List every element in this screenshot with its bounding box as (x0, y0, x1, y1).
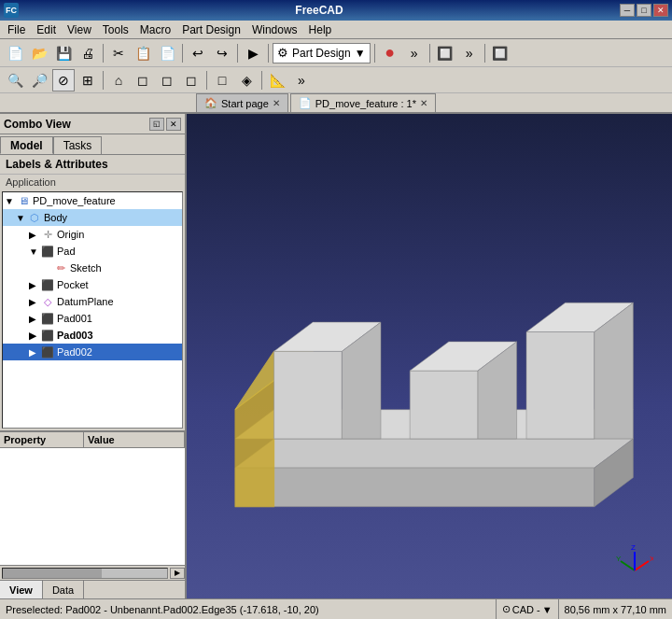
svg-line-17 (621, 561, 635, 570)
tree-item-pad003[interactable]: ▶ ⬛ Pad003 (3, 327, 182, 344)
menu-windows[interactable]: Windows (246, 21, 303, 38)
expander-body[interactable]: ▼ (16, 213, 27, 223)
new-button[interactable]: 📄 (4, 42, 26, 64)
zoom-all-button[interactable]: 🔍 (4, 69, 26, 91)
svg-marker-9 (410, 371, 478, 439)
tree-item-pad001[interactable]: ▶ ⬛ Pad001 (3, 310, 182, 327)
close-button[interactable]: ✕ (653, 4, 668, 17)
combo-close-button[interactable]: ✕ (166, 118, 181, 131)
workbench-dropdown[interactable]: ⚙ Part Design ▼ (273, 43, 371, 63)
expander-pad002[interactable]: ▶ (29, 347, 40, 358)
measure-button[interactable]: 📐 (266, 69, 288, 91)
tab-pd-move[interactable]: 📄 PD_move_feature : 1* ✕ (290, 93, 436, 112)
tab-model[interactable]: Model (0, 136, 53, 154)
save-button[interactable]: 💾 (52, 42, 75, 64)
tree-item-datumplane[interactable]: ▶ ◇ DatumPlane (3, 293, 182, 310)
combo-float-button[interactable]: ◱ (149, 118, 164, 131)
properties-header: Property Value (0, 432, 185, 448)
title-bar: FC FreeCAD ─ □ ✕ (0, 0, 672, 21)
tab-pd-label: PD_move_feature : 1* (315, 98, 416, 109)
viewport[interactable]: X Y Z (187, 114, 672, 598)
extra-button[interactable]: 🔲 (489, 42, 511, 64)
menu-edit[interactable]: Edit (31, 21, 62, 38)
expander-pad003[interactable]: ▶ (29, 331, 40, 341)
title-bar-controls[interactable]: ─ □ ✕ (620, 4, 668, 17)
svg-marker-4 (235, 381, 274, 507)
tab-data[interactable]: Data (43, 581, 84, 598)
more2-button[interactable]: » (458, 42, 481, 64)
view-home-button[interactable]: ⌂ (107, 69, 130, 91)
expander-root[interactable]: ▼ (5, 196, 16, 206)
icon-pocket: ⬛ (40, 277, 55, 292)
menu-macro[interactable]: Macro (134, 21, 176, 38)
tree-item-pad[interactable]: ▼ ⬛ Pad (3, 243, 182, 260)
minimize-button[interactable]: ─ (620, 4, 635, 17)
tree-item-pad002[interactable]: ▶ ⬛ Pad002 (3, 344, 182, 360)
status-cad[interactable]: ⊙ CAD - ▼ (496, 599, 558, 619)
tab-pd-close[interactable]: ✕ (420, 98, 427, 108)
print-button[interactable]: 🖨 (77, 42, 99, 64)
icon-origin: ✛ (40, 227, 55, 242)
expander-origin[interactable]: ▶ (29, 230, 40, 240)
combo-view-controls[interactable]: ◱ ✕ (149, 118, 181, 131)
svg-marker-0 (235, 439, 633, 468)
svg-marker-6 (274, 351, 343, 439)
scroll-right[interactable]: ▶ (170, 568, 185, 579)
sphere-button[interactable]: ● (379, 42, 401, 64)
tree-view[interactable]: ▼ 🖥 PD_move_feature ▼ ⬡ Body ▶ ✛ Origin … (2, 191, 183, 429)
expander-pad001[interactable]: ▶ (29, 314, 40, 324)
view3d-button[interactable]: 🔲 (434, 42, 456, 64)
more-button[interactable]: » (403, 42, 426, 64)
menu-file[interactable]: File (2, 21, 31, 38)
toolbar-main: 📄 📂 💾 🖨 ✂ 📋 📄 ↩ ↪ ▶ ⚙ Part Design ▼ ● » … (0, 39, 672, 67)
copy-button[interactable]: 📋 (132, 42, 154, 64)
view-persp-button[interactable]: ◈ (235, 69, 258, 91)
tree-item-body[interactable]: ▼ ⬡ Body (3, 209, 182, 226)
label-root: PD_move_feature (33, 195, 116, 206)
tree-item-sketch[interactable]: ✏ Sketch (3, 260, 182, 276)
refresh-button[interactable]: ▶ (242, 42, 264, 64)
label-origin: Origin (57, 229, 84, 240)
expander-pocket[interactable]: ▶ (29, 280, 40, 290)
redo-button[interactable]: ↪ (211, 42, 233, 64)
icon-pad001: ⬛ (40, 311, 55, 326)
expander-datumplane[interactable]: ▶ (29, 297, 40, 307)
tab-start-close[interactable]: ✕ (273, 98, 280, 108)
tsep2 (206, 71, 207, 90)
undo-button[interactable]: ↩ (187, 42, 209, 64)
cut-button[interactable]: ✂ (107, 42, 130, 64)
svg-line-15 (635, 561, 649, 570)
open-button[interactable]: 📂 (28, 42, 50, 64)
view-ortho-button[interactable]: □ (211, 69, 233, 91)
tab-view[interactable]: View (0, 581, 43, 598)
menu-tools[interactable]: Tools (97, 21, 134, 38)
menu-partdesign[interactable]: Part Design (176, 21, 246, 38)
tree-item-pocket[interactable]: ▶ ⬛ Pocket (3, 276, 182, 293)
tab-start-page[interactable]: 🏠 Start page ✕ (196, 93, 288, 112)
restore-button[interactable]: □ (637, 4, 651, 17)
menu-help[interactable]: Help (303, 21, 338, 38)
zoom-sel-button[interactable]: 🔎 (28, 69, 50, 91)
label-pad002: Pad002 (57, 346, 92, 358)
panel-scroll-area[interactable]: ▶ (0, 565, 185, 580)
status-text: Preselected: Pad002 - Unbenannt.Pad002.E… (0, 604, 496, 615)
combo-view-header: Combo View ◱ ✕ (0, 114, 185, 134)
view-stop-button[interactable]: ⊘ (52, 69, 75, 91)
label-pocket: Pocket (57, 279, 89, 290)
tree-item-root[interactable]: ▼ 🖥 PD_move_feature (3, 192, 182, 209)
expander-pad[interactable]: ▼ (29, 246, 40, 257)
view-front-button[interactable]: ◻ (132, 69, 154, 91)
view-top-button[interactable]: ◻ (156, 69, 178, 91)
tab-tasks[interactable]: Tasks (53, 136, 103, 154)
view-right-button[interactable]: ◻ (180, 69, 203, 91)
tree-item-origin[interactable]: ▶ ✛ Origin (3, 226, 182, 243)
view-box-button[interactable]: ⊞ (77, 69, 99, 91)
menu-view[interactable]: View (62, 21, 97, 38)
tsep3 (261, 71, 262, 90)
expander-sketch[interactable] (42, 263, 53, 274)
labels-section: Labels & Attributes (0, 155, 185, 175)
combo-view-title: Combo View (4, 118, 71, 131)
paste-button[interactable]: 📄 (156, 42, 178, 64)
cad-arrow[interactable]: ▼ (542, 604, 553, 615)
more3-button[interactable]: » (290, 69, 313, 91)
